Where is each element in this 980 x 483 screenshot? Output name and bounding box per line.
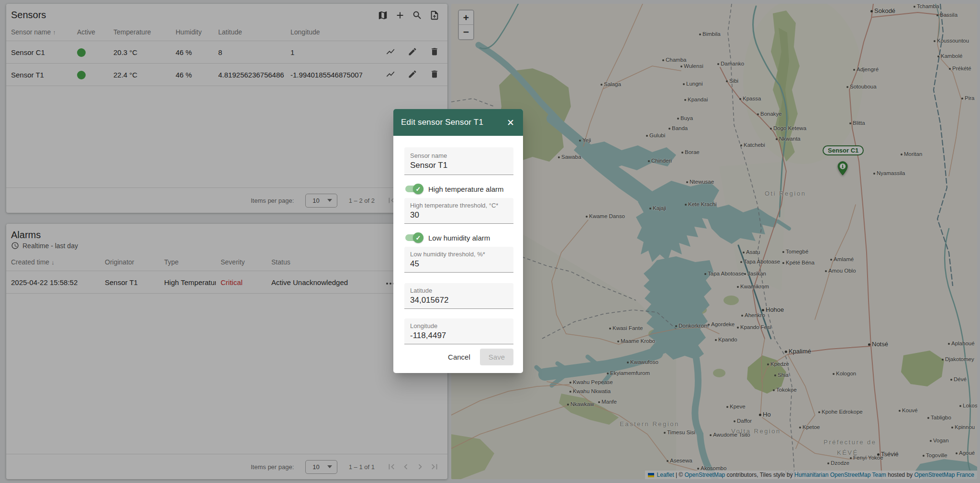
sensor-name-field[interactable]: Sensor name Sensor T1 — [404, 147, 513, 175]
latitude-label: Latitude — [410, 287, 508, 294]
low-humidity-threshold-label: Low humidity threshold, %* — [410, 251, 508, 258]
save-button[interactable]: Save — [480, 349, 513, 365]
low-humidity-threshold-field[interactable]: Low humidity threshold, %* 45 — [404, 247, 513, 273]
longitude-value: -118,4497 — [410, 331, 508, 340]
high-temperature-threshold-value: 30 — [410, 210, 508, 220]
high-temperature-threshold-field[interactable]: High temperature threshold, °C* 30 — [404, 198, 513, 224]
check-icon — [413, 232, 423, 243]
low-humidity-alarm-toggle[interactable] — [404, 232, 423, 243]
longitude-field[interactable]: Longitude -118,4497 — [404, 318, 513, 344]
edit-sensor-dialog: Edit sensor Sensor T1 ✕ Sensor name Sens… — [393, 109, 523, 373]
high-temperature-threshold-label: High temperature threshold, °C* — [410, 202, 508, 209]
dialog-body: Sensor name Sensor T1 High temperature a… — [393, 136, 523, 373]
high-temperature-alarm-toggle[interactable] — [404, 184, 423, 194]
dialog-title: Edit sensor Sensor T1 — [401, 118, 483, 127]
sensor-name-value: Sensor T1 — [410, 161, 508, 170]
dialog-header: Edit sensor Sensor T1 ✕ — [393, 109, 523, 136]
longitude-label: Longitude — [410, 322, 508, 329]
latitude-field[interactable]: Latitude 34,015672 — [404, 283, 513, 309]
sensor-name-label: Sensor name — [410, 152, 508, 159]
close-icon[interactable]: ✕ — [506, 116, 515, 129]
cancel-button[interactable]: Cancel — [443, 349, 475, 365]
check-icon — [413, 184, 423, 194]
low-humidity-alarm-label: Low humidity alarm — [428, 234, 490, 242]
low-humidity-threshold-value: 45 — [410, 259, 508, 269]
latitude-value: 34,015672 — [410, 296, 508, 305]
high-temperature-alarm-label: High temperature alarm — [428, 185, 504, 193]
